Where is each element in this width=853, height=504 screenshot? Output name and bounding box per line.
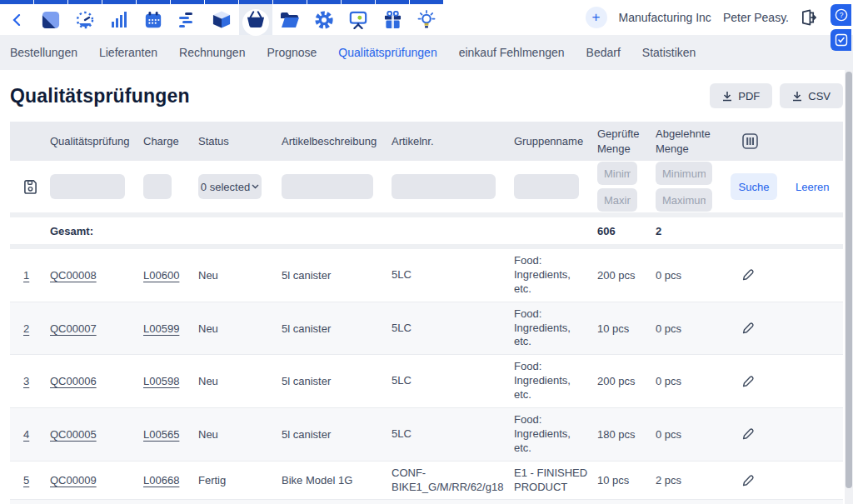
table-row: 2 QC00007 L00599 Neu 5l canister 5LC Foo…: [10, 302, 843, 356]
toolbar-item-presentation[interactable]: [342, 0, 375, 35]
vertical-scrollbar[interactable]: [845, 70, 853, 504]
filter-artikelnr-input[interactable]: [392, 174, 496, 199]
qc-link[interactable]: QC00009: [50, 474, 97, 487]
toolbar-item-dashboard[interactable]: [68, 0, 102, 35]
edit-button[interactable]: [742, 268, 755, 282]
tasks-button[interactable]: [831, 29, 851, 51]
header-gruppenname[interactable]: Gruppenname: [514, 134, 597, 149]
add-button[interactable]: +: [586, 7, 607, 28]
filter-abgelehnte-max-input[interactable]: [656, 188, 712, 212]
edit-button[interactable]: [742, 427, 755, 441]
gruppe-cell: E1 - FINISHED PRODUCT: [514, 462, 597, 500]
filter-gepruefte-min-input[interactable]: [597, 162, 637, 185]
row-number-link[interactable]: 4: [23, 428, 29, 441]
toolbar-item-planning[interactable]: [171, 0, 204, 35]
qc-link[interactable]: QC00005: [50, 428, 97, 441]
filter-artikelbeschreibung-input[interactable]: [282, 174, 373, 199]
gruppe-cell: Food: Ingredients, etc.: [514, 408, 597, 461]
beschreibung-cell: 5l canister: [282, 428, 392, 441]
gepruefte-cell: 10 pcs: [597, 322, 656, 335]
toolbar-item-rewards[interactable]: [376, 0, 409, 35]
status-cell: Neu: [198, 322, 282, 335]
gruppe-cell: Food: Ingredients, etc.: [514, 302, 597, 355]
charge-link[interactable]: L00599: [143, 322, 179, 335]
charge-link[interactable]: L00565: [143, 428, 179, 441]
header-charge[interactable]: Charge: [143, 134, 198, 149]
qc-link[interactable]: QC00008: [50, 269, 97, 282]
charge-link[interactable]: L00600: [143, 269, 179, 282]
filter-gruppenname-input[interactable]: [514, 174, 579, 199]
toolbar-item-settings[interactable]: [307, 0, 341, 35]
toolbar-item-documents[interactable]: [273, 0, 307, 35]
csv-export-button[interactable]: CSV: [780, 83, 843, 108]
status-cell: Fertig: [198, 474, 282, 487]
tab-qualitaetspruefungen[interactable]: Qualitätsprüfungen: [338, 46, 436, 59]
status-cell: Neu: [198, 269, 282, 282]
header-qualitaetspruefung[interactable]: Qualitätsprüfung: [50, 134, 143, 149]
status-cell: Neu: [198, 428, 282, 441]
status-cell: Neu: [198, 375, 282, 387]
header-status[interactable]: Status: [198, 134, 282, 149]
charge-link[interactable]: L00598: [143, 375, 179, 387]
user-name[interactable]: Peter Peasy.: [723, 11, 789, 24]
beschreibung-cell: 5l canister: [282, 375, 392, 387]
header-artikelnr[interactable]: Artikelnr.: [392, 134, 514, 149]
toolbar-item-home[interactable]: [34, 0, 67, 35]
tab-bedarf[interactable]: Bedarf: [586, 46, 621, 59]
basket-icon: [247, 11, 265, 28]
gruppe-cell: E1 - FINISHED PRODUCT: [514, 500, 597, 504]
total-gepruefte: 606: [597, 225, 656, 237]
row-number-link[interactable]: 3: [23, 375, 29, 387]
pdf-label: PDF: [738, 90, 760, 102]
column-settings-button[interactable]: [742, 133, 758, 149]
search-button[interactable]: Suche: [731, 173, 777, 200]
filter-gepruefte-max-input[interactable]: [597, 188, 637, 212]
svg-text:?: ?: [839, 11, 843, 19]
filter-charge-input[interactable]: [143, 174, 172, 199]
toolbar-item-calendar[interactable]: [137, 0, 170, 35]
clear-button[interactable]: Leeren: [786, 181, 829, 193]
table-header-row: Qualitätsprüfung Charge Status Artikelbe…: [10, 122, 843, 161]
edit-button[interactable]: [742, 474, 755, 487]
tab-einkauf-fehlmengen[interactable]: einkauf Fehlmengen: [459, 46, 565, 59]
toolbar-item-inventory[interactable]: [205, 0, 238, 35]
charge-link[interactable]: L00668: [143, 474, 179, 487]
download-icon: [722, 91, 732, 102]
toolbar-item-statistics[interactable]: [102, 0, 136, 35]
save-filter-button[interactable]: [23, 179, 42, 194]
toolbar-item-ideas[interactable]: [410, 0, 443, 35]
filter-qualitaetspruefung-input[interactable]: [50, 174, 125, 199]
header-artikelbeschreibung[interactable]: Artikelbeschreibung: [282, 134, 392, 149]
qc-link[interactable]: QC00006: [50, 375, 97, 387]
tab-bestellungen[interactable]: Bestellungen: [10, 46, 77, 59]
row-number-link[interactable]: 5: [23, 474, 29, 487]
filter-abgelehnte-min-input[interactable]: [656, 162, 712, 185]
edit-button[interactable]: [742, 322, 755, 335]
tab-lieferanten[interactable]: Lieferanten: [99, 46, 157, 59]
gruppe-cell: Food: Ingredients, etc.: [514, 355, 597, 407]
page-title: Qualitätsprüfungen: [10, 85, 190, 107]
row-number-link[interactable]: 2: [23, 322, 29, 335]
qc-link[interactable]: QC00007: [50, 322, 97, 335]
edit-button[interactable]: [742, 375, 755, 388]
header-abgelehnte-menge[interactable]: Abgelehnte Menge: [656, 127, 731, 156]
columns-icon: [742, 133, 758, 149]
save-icon: [23, 179, 37, 194]
artikelnr-cell: 5LC: [392, 369, 514, 393]
header-gepruefte-menge[interactable]: Geprüfte Menge: [597, 127, 656, 156]
toolbar-item-purchasing[interactable]: [239, 0, 272, 35]
tab-rechnungen[interactable]: Rechnungen: [179, 46, 245, 59]
tab-prognose[interactable]: Prognose: [267, 46, 317, 59]
filter-status-select[interactable]: 0 selected: [198, 174, 262, 199]
tab-statistiken[interactable]: Statistiken: [642, 46, 696, 59]
gear-icon: [314, 10, 334, 30]
row-number-link[interactable]: 1: [23, 269, 29, 282]
back-button[interactable]: [0, 0, 33, 35]
help-button[interactable]: ?: [831, 4, 851, 26]
abgelehnte-cell: 0 pcs: [656, 269, 731, 282]
pdf-export-button[interactable]: PDF: [710, 83, 772, 108]
logout-button[interactable]: [801, 9, 816, 26]
folder-icon: [280, 12, 300, 28]
plus-icon: +: [592, 9, 601, 26]
scrollbar-thumb[interactable]: [846, 72, 852, 488]
